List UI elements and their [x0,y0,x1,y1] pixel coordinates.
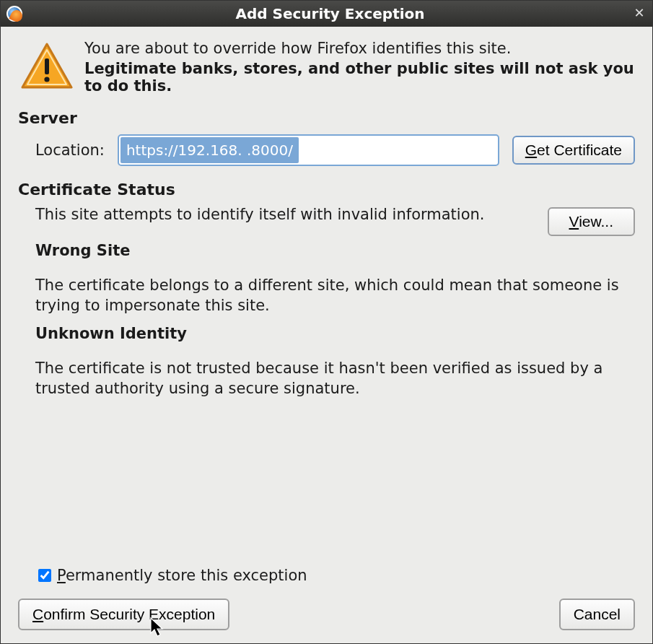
server-section-heading: Server [18,109,635,127]
unknown-identity-heading: Unknown Identity [35,325,635,342]
warning-icon [21,43,73,94]
location-value: https://192.168. .8000/ [120,137,299,163]
titlebar: Add Security Exception ✕ [1,1,652,27]
cert-status-heading: Certificate Status [18,180,635,199]
window-title: Add Security Exception [28,5,632,22]
header-line2: Legitimate banks, stores, and other publ… [84,60,635,95]
location-label: Location: [35,142,105,159]
confirm-security-exception-button[interactable]: Confirm Security Exception [18,599,229,630]
header-text: You are about to override how Firefox id… [84,38,635,99]
view-certificate-button[interactable]: View... [548,207,636,236]
get-certificate-button[interactable]: Get Certificate [512,136,635,165]
svg-point-3 [44,77,49,82]
wrong-site-heading: Wrong Site [35,242,635,259]
cancel-button[interactable]: Cancel [559,599,635,630]
header-line1: You are about to override how Firefox id… [84,40,635,57]
firefox-icon [6,6,22,22]
location-input[interactable]: https://192.168. .8000/ [118,134,499,166]
permanent-store-checkbox[interactable] [38,569,51,582]
svg-rect-2 [45,58,49,74]
unknown-identity-text: The certificate is not trusted because i… [35,358,635,399]
close-icon[interactable]: ✕ [632,6,647,21]
permanent-store-label[interactable]: Permanently store this exception [57,567,307,584]
cert-status-desc: This site attempts to identify itself wi… [35,206,533,223]
wrong-site-text: The certificate belongs to a different s… [35,275,635,316]
